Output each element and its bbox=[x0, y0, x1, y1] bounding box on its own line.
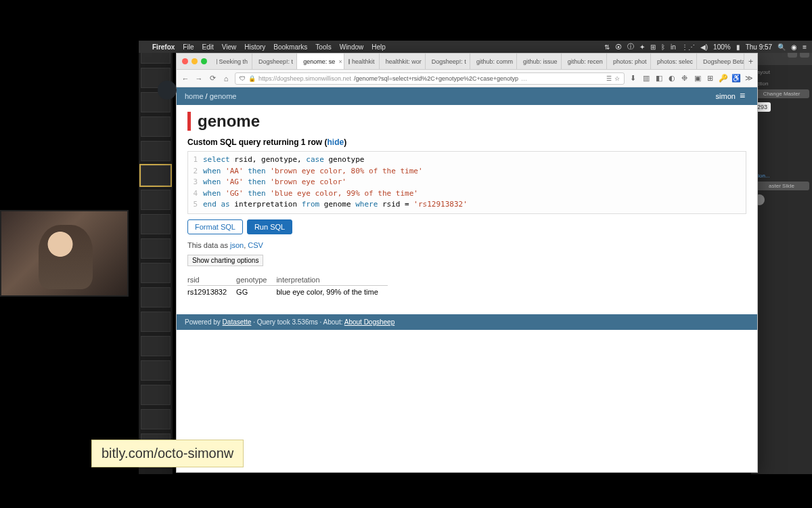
browser-tab[interactable]: Dogsheep!: t bbox=[252, 54, 297, 69]
slide-thumb[interactable] bbox=[141, 336, 171, 356]
github-octocat-icon bbox=[158, 81, 177, 100]
slide-thumb[interactable] bbox=[141, 312, 171, 332]
battery-icon[interactable]: ▮ bbox=[736, 43, 740, 51]
evernote-icon[interactable]: ✦ bbox=[639, 43, 645, 51]
about-dogsheep-link[interactable]: About Dogsheep bbox=[344, 318, 395, 326]
bluetooth-icon[interactable]: ᛒ bbox=[661, 43, 665, 51]
slide-thumb[interactable] bbox=[141, 360, 171, 381]
browser-tab[interactable]: Dogsheep Beta bbox=[697, 54, 744, 69]
master-slide-button[interactable]: aster Slide bbox=[754, 182, 809, 190]
slide-thumb[interactable] bbox=[141, 117, 171, 137]
library-icon[interactable]: ▥ bbox=[641, 74, 650, 83]
dropbox-icon[interactable]: ⇅ bbox=[604, 43, 610, 51]
bookmark-star-icon[interactable]: ☆ bbox=[614, 75, 620, 82]
format-sql-button[interactable]: Format SQL bbox=[187, 219, 243, 234]
clock[interactable]: Thu 9:57 bbox=[746, 43, 772, 51]
slide-thumb[interactable] bbox=[141, 287, 171, 308]
wifi-icon[interactable]: ⋮⋰ bbox=[681, 43, 695, 51]
menu-icon[interactable] bbox=[740, 92, 749, 100]
slide-thumb[interactable] bbox=[141, 190, 171, 210]
slide-thumbnail-strip[interactable] bbox=[139, 41, 173, 474]
status-icon[interactable]: ⓘ bbox=[627, 42, 634, 51]
menu-item[interactable]: Bookmarks bbox=[273, 43, 307, 51]
menu-item[interactable]: View bbox=[222, 43, 237, 51]
col-header[interactable]: interpretation bbox=[276, 274, 387, 286]
spotlight-icon[interactable]: 🔍 bbox=[777, 43, 786, 51]
browser-tab[interactable]: healthkit bbox=[344, 54, 379, 69]
results-table: rsid genotype interpretation rs12913832 … bbox=[187, 274, 388, 298]
linkedin-icon[interactable]: in bbox=[671, 43, 676, 51]
browser-tab-active[interactable]: genome: se× bbox=[297, 54, 344, 69]
zoom-window-button[interactable] bbox=[201, 58, 207, 64]
menu-item[interactable]: History bbox=[244, 43, 265, 51]
extension-icon[interactable]: ◧ bbox=[654, 74, 663, 83]
extension-icon[interactable]: ⊞ bbox=[706, 74, 715, 83]
shield-icon: 🛡 bbox=[240, 75, 246, 82]
export-csv-link[interactable]: CSV bbox=[248, 241, 263, 249]
slide-thumb[interactable] bbox=[141, 263, 171, 283]
downloads-icon[interactable]: ⬇ bbox=[629, 74, 637, 83]
address-bar[interactable]: 🛡 🔒 https://dogsheep.simonwillison.net/g… bbox=[235, 72, 625, 85]
run-sql-button[interactable]: Run SQL bbox=[247, 219, 292, 234]
volume-icon[interactable]: ◀) bbox=[700, 43, 708, 51]
cell-genotype: GG bbox=[236, 285, 276, 298]
datasette-link[interactable]: Datasette bbox=[223, 318, 252, 326]
url-host: https://dogsheep.simonwillison.net bbox=[258, 75, 351, 82]
browser-tab[interactable]: photos: selec bbox=[651, 54, 697, 69]
breadcrumb-db[interactable]: genome bbox=[210, 92, 237, 100]
menu-item[interactable]: File bbox=[183, 43, 194, 51]
menu-item[interactable]: Window bbox=[340, 43, 364, 51]
slide-thumb[interactable] bbox=[141, 165, 171, 186]
change-master-button[interactable]: Change Master bbox=[754, 89, 809, 98]
menu-item[interactable]: Help bbox=[371, 43, 386, 51]
reload-button[interactable]: ⟳ bbox=[208, 74, 217, 83]
forward-button[interactable]: → bbox=[194, 74, 204, 83]
browser-tab[interactable]: github: issue bbox=[517, 54, 562, 69]
inspector-action-link[interactable]: ction... bbox=[751, 169, 812, 180]
close-window-button[interactable] bbox=[182, 58, 188, 64]
slide-thumb[interactable] bbox=[141, 409, 171, 429]
browser-tabstrip: Seeking th Dogsheep!: t genome: se× heal… bbox=[177, 54, 757, 70]
close-tab-icon[interactable]: × bbox=[338, 58, 342, 65]
browser-tab[interactable]: Seeking th bbox=[212, 54, 252, 69]
onepassword-icon[interactable]: 🔑 bbox=[719, 74, 727, 83]
slide-caption: bitly.com/octo-simonw bbox=[91, 440, 244, 467]
slide-thumb[interactable] bbox=[141, 141, 171, 161]
minimize-window-button[interactable] bbox=[191, 58, 198, 64]
home-button[interactable]: ⌂ bbox=[221, 74, 231, 83]
reader-mode-icon[interactable]: ☰ bbox=[606, 75, 612, 82]
browser-tab[interactable]: Dogsheep!: t bbox=[426, 54, 470, 69]
breadcrumb-home[interactable]: home bbox=[185, 92, 204, 100]
extension-icon[interactable]: ◐ bbox=[667, 74, 676, 83]
overflow-menu-icon[interactable]: ≫ bbox=[744, 74, 753, 83]
extension-icon[interactable]: ▣ bbox=[693, 74, 702, 83]
browser-tab[interactable]: github: recen bbox=[562, 54, 607, 69]
inspector-section-label: ection bbox=[751, 77, 812, 88]
app-name[interactable]: Firefox bbox=[152, 43, 175, 51]
slide-thumb[interactable] bbox=[141, 385, 171, 405]
hide-sql-link[interactable]: hide bbox=[327, 137, 344, 147]
back-button[interactable]: ← bbox=[181, 74, 190, 83]
siri-icon[interactable]: ◉ bbox=[791, 43, 797, 51]
notification-center-icon[interactable]: ≡ bbox=[803, 43, 807, 51]
sql-editor[interactable]: 1select rsid, genotype, case genotype 2 … bbox=[187, 151, 746, 214]
browser-tab[interactable]: photos: phot bbox=[607, 54, 651, 69]
menu-item[interactable]: Edit bbox=[202, 43, 213, 51]
slide-thumb[interactable] bbox=[141, 238, 171, 259]
menu-item[interactable]: Tools bbox=[315, 43, 331, 51]
extension-icon[interactable]: ❉ bbox=[680, 74, 689, 83]
datasette-footer: Powered by Datasette · Query took 3.536m… bbox=[177, 314, 757, 330]
status-icon[interactable]: ⦿ bbox=[615, 43, 622, 51]
export-json-link[interactable]: json bbox=[230, 241, 244, 249]
page-content: home / genome simon genome Custom SQL qu… bbox=[177, 87, 757, 472]
presenter-webcam bbox=[0, 210, 129, 297]
grid-icon[interactable]: ⊞ bbox=[650, 43, 656, 51]
new-tab-button[interactable]: + bbox=[744, 54, 757, 69]
col-header[interactable]: genotype bbox=[236, 274, 276, 286]
extension-icon[interactable]: ♿ bbox=[731, 74, 740, 83]
col-header[interactable]: rsid bbox=[187, 274, 236, 286]
browser-tab[interactable]: healthkit: wor bbox=[380, 54, 426, 69]
browser-tab[interactable]: github: comm bbox=[470, 54, 517, 69]
show-charting-options-button[interactable]: Show charting options bbox=[187, 255, 263, 266]
slide-thumb[interactable] bbox=[141, 214, 171, 234]
